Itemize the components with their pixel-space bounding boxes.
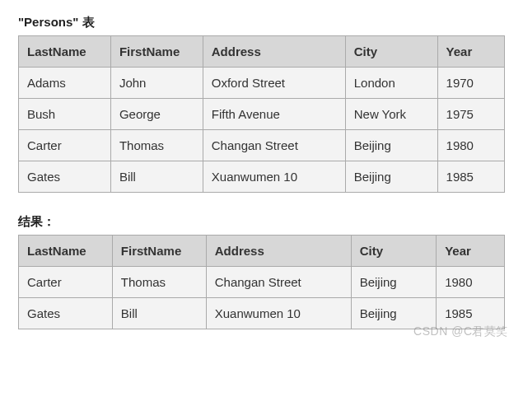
col-firstname: FirstName <box>110 36 203 68</box>
cell: Gates <box>19 298 113 329</box>
cell: Bill <box>110 161 203 193</box>
table-row: Bush George Fifth Avenue New York 1975 <box>19 99 505 130</box>
cell: Beijing <box>351 267 437 298</box>
cell: 1980 <box>437 267 505 298</box>
persons-table: LastName FirstName Address City Year Ada… <box>18 35 505 193</box>
cell: Oxford Street <box>203 68 345 99</box>
cell: Thomas <box>112 267 206 298</box>
cell: New York <box>345 99 437 130</box>
cell: 1980 <box>437 130 504 161</box>
cell: George <box>110 99 203 130</box>
col-year: Year <box>437 236 505 267</box>
cell: 1985 <box>437 161 504 193</box>
cell: 1970 <box>437 68 504 99</box>
col-lastname: LastName <box>19 236 113 267</box>
cell: Beijing <box>351 298 437 329</box>
col-address: Address <box>203 36 345 68</box>
cell: Carter <box>19 267 113 298</box>
cell: Xuanwumen 10 <box>203 161 345 193</box>
table-row: Gates Bill Xuanwumen 10 Beijing 1985 <box>19 161 505 193</box>
cell: Xuanwumen 10 <box>206 298 351 329</box>
col-lastname: LastName <box>19 36 111 68</box>
cell: Beijing <box>345 130 437 161</box>
cell: London <box>345 68 437 99</box>
cell: Changan Street <box>203 130 345 161</box>
cell: Bill <box>112 298 206 329</box>
cell: Adams <box>19 68 111 99</box>
cell: 1975 <box>437 99 504 130</box>
cell: Thomas <box>110 130 203 161</box>
table1-title: "Persons" 表 <box>18 15 505 30</box>
cell: John <box>110 68 203 99</box>
cell: Fifth Avenue <box>203 99 345 130</box>
result-table: LastName FirstName Address City Year Car… <box>18 235 505 329</box>
cell: Carter <box>19 130 111 161</box>
table-row: Carter Thomas Changan Street Beijing 198… <box>19 267 505 298</box>
table-row: Gates Bill Xuanwumen 10 Beijing 1985 <box>19 298 505 329</box>
col-firstname: FirstName <box>112 236 206 267</box>
cell: Changan Street <box>206 267 351 298</box>
table-row: Adams John Oxford Street London 1970 <box>19 68 505 99</box>
table2-title: 结果： <box>18 214 505 230</box>
table-header-row: LastName FirstName Address City Year <box>19 236 505 267</box>
cell: Bush <box>19 99 111 130</box>
col-year: Year <box>437 36 504 68</box>
col-city: City <box>351 236 437 267</box>
cell: Gates <box>19 161 111 193</box>
col-city: City <box>345 36 437 68</box>
table-row: Carter Thomas Changan Street Beijing 198… <box>19 130 505 161</box>
cell: Beijing <box>345 161 437 193</box>
table-header-row: LastName FirstName Address City Year <box>19 36 505 68</box>
col-address: Address <box>206 236 351 267</box>
cell: 1985 <box>437 298 505 329</box>
